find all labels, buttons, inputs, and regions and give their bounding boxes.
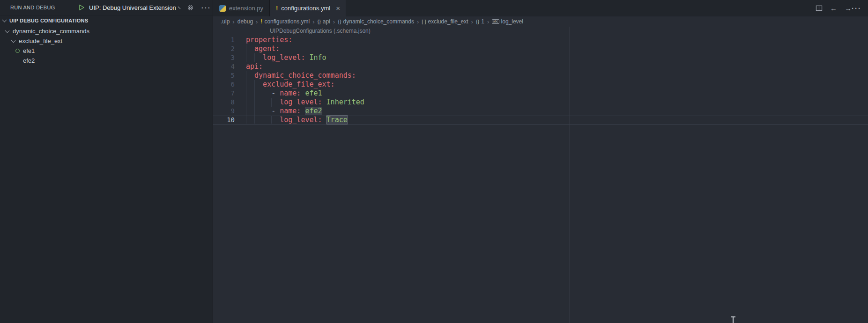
line-content: - name: efe1 — [246, 89, 322, 98]
tree-item-dynamic-choice-commands[interactable]: dynamic_choice_commands — [0, 26, 213, 36]
line-number[interactable]: 1 — [213, 36, 235, 44]
string-icon: abc — [492, 19, 499, 24]
editor-group: extension.py!configurations.yml× ← → ···… — [213, 0, 868, 323]
breadcrumb-item-debug[interactable]: debug — [237, 18, 253, 25]
line-content: log_level: Info — [246, 53, 326, 62]
schema-codelens[interactable]: UIPDebugConfigurations (.schema.json) — [213, 27, 868, 36]
line-number[interactable]: 6 — [213, 80, 235, 89]
indent-guides — [246, 89, 271, 98]
breadcrumb-item-dynamic-choice-commands[interactable]: {}dynamic_choice_commands — [338, 18, 414, 25]
line-content: log_level: Inherited — [246, 98, 364, 107]
indent-guides — [246, 44, 254, 53]
line-content: api: — [246, 62, 263, 71]
token: Trace — [326, 116, 348, 124]
line-content: properties: — [246, 36, 292, 44]
tab-label: configurations.yml — [281, 5, 330, 12]
gear-icon[interactable] — [187, 4, 194, 11]
token: log_level: — [280, 98, 322, 106]
code-line-2[interactable]: 2agent: — [213, 44, 868, 53]
line-number[interactable]: 4 — [213, 62, 235, 71]
tree-item-label: dynamic_choice_commands — [13, 28, 89, 35]
breadcrumb-label: configurations.yml — [264, 18, 310, 25]
object-icon: {} — [338, 19, 341, 24]
indent-guides — [246, 116, 280, 124]
section-uip-debug-configurations[interactable]: UIP DEBUG CONFIGURATIONS — [0, 15, 213, 26]
navigate-back-icon[interactable]: ← — [830, 4, 837, 12]
tab-extension-py[interactable]: extension.py — [213, 0, 269, 16]
token: log_level: — [280, 116, 322, 124]
tree-item-exclude-file-ext[interactable]: exclude_file_ext — [0, 36, 213, 46]
line-content: log_level: Trace — [246, 116, 348, 124]
line-content: - name: efe2 — [246, 107, 322, 116]
tab-label: extension.py — [229, 5, 263, 12]
tree-item-efe1[interactable]: efe1 — [0, 46, 213, 56]
code-line-3[interactable]: 3log_level: Info — [213, 53, 868, 62]
code-editor[interactable]: UIPDebugConfigurations (.schema.json) 1p… — [213, 27, 868, 323]
token: - — [271, 89, 280, 97]
line-number[interactable]: 7 — [213, 89, 235, 98]
line-content: exclude_file_ext: — [246, 80, 335, 89]
line-number[interactable]: 2 — [213, 44, 235, 53]
token: Inherited — [326, 98, 364, 106]
more-actions-icon[interactable]: ··· — [201, 4, 211, 12]
close-icon[interactable]: × — [336, 5, 340, 12]
editor-actions: ← → ··· — [808, 0, 868, 16]
start-debug-icon[interactable] — [79, 4, 85, 11]
chevron-right-icon: › — [417, 18, 419, 25]
line-number[interactable]: 5 — [213, 71, 235, 80]
breadcrumb: .uip›debug›!configurations.yml›{}api›{}d… — [213, 16, 868, 27]
line-number[interactable]: 8 — [213, 98, 235, 107]
breadcrumb-item-uip[interactable]: .uip — [221, 18, 230, 25]
tree-item-label: efe2 — [23, 57, 35, 64]
navigate-forward-icon[interactable]: → — [845, 4, 852, 12]
breadcrumb-item-configurations-yml[interactable]: !configurations.yml — [260, 18, 310, 25]
code-line-9[interactable]: 9- name: efe2 — [213, 107, 868, 116]
array-icon: [ ] — [422, 19, 426, 24]
token: log_level: — [263, 53, 305, 62]
breadcrumb-item-1[interactable]: {}1 — [476, 18, 484, 25]
code-line-7[interactable]: 7- name: efe1 — [213, 89, 868, 98]
breadcrumb-item-api[interactable]: {}api — [317, 18, 330, 25]
run-and-debug-sidebar: RUN AND DEBUG UIP: Debug Universal Exten… — [0, 0, 213, 323]
breadcrumb-label: exclude_file_ext — [428, 18, 468, 25]
breadcrumb-label: log_level — [501, 18, 523, 25]
code-line-8[interactable]: 8log_level: Inherited — [213, 98, 868, 107]
tab-configurations-yml[interactable]: !configurations.yml× — [269, 0, 346, 16]
line-number[interactable]: 9 — [213, 107, 235, 116]
split-editor-icon[interactable] — [816, 5, 823, 12]
tabs: extension.py!configurations.yml× — [213, 0, 346, 16]
chevron-right-icon: › — [256, 18, 258, 25]
token: efe2 — [305, 107, 322, 115]
chevron-down-icon — [2, 18, 7, 22]
line-number[interactable]: 10 — [213, 116, 235, 124]
tree-item-efe2[interactable]: efe2 — [0, 56, 213, 66]
line-number[interactable]: 3 — [213, 53, 235, 62]
object-icon: {} — [317, 19, 320, 24]
code-line-4[interactable]: 4api: — [213, 62, 868, 71]
vscode-window: RUN AND DEBUG UIP: Debug Universal Exten… — [0, 0, 868, 323]
line-content: agent: — [246, 44, 280, 53]
breadcrumb-label: 1 — [481, 18, 484, 25]
breadcrumb-item-log-level[interactable]: abclog_level — [492, 18, 523, 25]
indent-guides — [246, 71, 254, 80]
more-actions-icon[interactable]: ··· — [852, 4, 861, 12]
debug-config-picker[interactable]: UIP: Debug Universal Extension — [89, 4, 176, 11]
tab-bar: extension.py!configurations.yml× ← → ··· — [213, 0, 868, 16]
breadcrumb-item-exclude-file-ext[interactable]: [ ]exclude_file_ext — [422, 18, 468, 25]
circle-outline-icon — [15, 49, 20, 53]
chevron-down-icon[interactable] — [178, 6, 180, 9]
token: name: — [280, 89, 301, 97]
indent-guides — [246, 80, 263, 89]
token: dynamic_choice_commands: — [254, 71, 356, 80]
code-line-5[interactable]: 5dynamic_choice_commands: — [213, 71, 868, 80]
indent-guides — [246, 98, 280, 107]
section-title: UIP DEBUG CONFIGURATIONS — [9, 18, 88, 23]
code-line-10[interactable]: 10log_level: Trace — [213, 116, 868, 125]
token: efe1 — [305, 89, 322, 97]
chevron-down-icon — [5, 28, 10, 33]
code-line-1[interactable]: 1properties: — [213, 36, 868, 44]
object-icon: {} — [476, 19, 479, 24]
code-lines: 1properties:2agent:3log_level: Info4api:… — [213, 36, 868, 125]
python-icon — [219, 5, 226, 12]
code-line-6[interactable]: 6exclude_file_ext: — [213, 80, 868, 89]
